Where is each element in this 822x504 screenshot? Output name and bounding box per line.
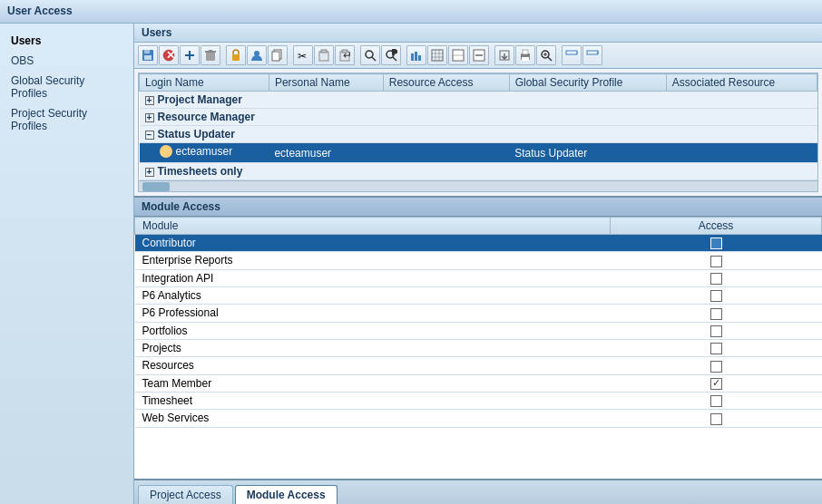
- svg-rect-26: [415, 52, 417, 61]
- content-area: Users ✕: [134, 24, 822, 504]
- sidebar-item-global-security-profiles[interactable]: Global Security Profiles: [0, 71, 133, 103]
- module-row[interactable]: Projects: [135, 339, 822, 356]
- module-row[interactable]: P6 Analytics: [135, 286, 822, 304]
- user-row-ecteamuser[interactable]: ecteamuser ecteamuser Status Updater: [140, 143, 817, 163]
- module-checkbox[interactable]: [710, 325, 722, 337]
- zoom-button[interactable]: [536, 45, 556, 65]
- tab-module-access[interactable]: Module Access: [235, 485, 338, 504]
- module-access-cell[interactable]: [611, 410, 822, 427]
- module-name-cell: Contributor: [135, 235, 611, 252]
- module-name-cell: Integration API: [135, 269, 611, 286]
- module-name-cell: Portfolios: [135, 322, 611, 339]
- user-button[interactable]: [247, 45, 267, 65]
- module-name-cell: Projects: [135, 339, 611, 356]
- module-access-cell[interactable]: [611, 235, 822, 252]
- module-checkbox[interactable]: [710, 256, 722, 267]
- paste-button[interactable]: [314, 45, 334, 65]
- svg-rect-1: [144, 50, 150, 53]
- module-name-cell: Team Member: [135, 374, 611, 392]
- save-button[interactable]: [138, 45, 158, 65]
- lock-button[interactable]: [226, 45, 246, 65]
- module-checkbox[interactable]: [710, 308, 722, 320]
- module-checkbox[interactable]: [710, 395, 722, 407]
- chart-button[interactable]: [406, 45, 426, 65]
- module-row[interactable]: Timesheet: [135, 392, 822, 409]
- more-button2[interactable]: [582, 45, 602, 65]
- module-table: Module Access ContributorEnterprise Repo…: [134, 217, 822, 428]
- svg-rect-46: [566, 51, 577, 54]
- app-title: User Access: [7, 5, 73, 17]
- module-access-cell[interactable]: [611, 357, 822, 374]
- hscroll-thumb[interactable]: [142, 182, 170, 191]
- sidebar-item-project-security-profiles[interactable]: Project Security Profiles: [0, 103, 133, 136]
- expand-status-updater[interactable]: −: [145, 131, 154, 140]
- access-col-header: Access: [611, 218, 822, 235]
- module-access-cell[interactable]: [611, 392, 822, 409]
- module-access-cell[interactable]: [611, 374, 822, 392]
- module-table-container: Module Access ContributorEnterprise Repo…: [134, 217, 822, 479]
- module-checkbox[interactable]: [710, 343, 722, 354]
- module-checkbox[interactable]: [710, 237, 722, 249]
- module-row[interactable]: Contributor: [135, 235, 822, 252]
- module-checkbox[interactable]: [710, 273, 722, 285]
- more-button1[interactable]: [562, 45, 582, 65]
- group-row-project-manager[interactable]: +Project Manager: [140, 92, 817, 109]
- module-checkbox[interactable]: [710, 378, 722, 390]
- grid-button[interactable]: [427, 45, 447, 65]
- group-row-timesheets-only[interactable]: +Timesheets only: [140, 163, 817, 180]
- cancel-button[interactable]: ✕: [159, 45, 179, 65]
- module-col-header: Module: [135, 218, 611, 235]
- print-button[interactable]: [515, 45, 535, 65]
- find-next-button[interactable]: ▶: [381, 45, 401, 65]
- svg-rect-48: [587, 51, 598, 54]
- module-row[interactable]: Team Member: [135, 374, 822, 392]
- group-row-resource-manager[interactable]: +Resource Manager: [140, 109, 817, 126]
- module-row[interactable]: P6 Professional: [135, 305, 822, 322]
- cut-button[interactable]: ✂: [293, 45, 313, 65]
- module-row[interactable]: Enterprise Reports: [135, 252, 822, 269]
- module-row[interactable]: Resources: [135, 357, 822, 374]
- users-table: Login Name Personal Name Resource Access…: [138, 73, 818, 192]
- module-name-cell: Enterprise Reports: [135, 252, 611, 269]
- module-access-cell[interactable]: [611, 339, 822, 356]
- module-access-cell[interactable]: [611, 322, 822, 339]
- group-row-status-updater[interactable]: −Status Updater: [140, 126, 817, 143]
- add-button[interactable]: [180, 45, 200, 65]
- module-row[interactable]: Portfolios: [135, 322, 822, 339]
- tab-project-access[interactable]: Project Access: [138, 485, 233, 504]
- toolbar: ✕ ✂: [134, 43, 822, 69]
- module-name-cell: P6 Analytics: [135, 286, 611, 304]
- paste-special-button[interactable]: ↵: [335, 45, 355, 65]
- module-row[interactable]: Integration API: [135, 269, 822, 286]
- module-name-cell: Timesheet: [135, 392, 611, 409]
- module-access-cell[interactable]: [611, 252, 822, 269]
- col-global-security: Global Security Profile: [509, 74, 666, 92]
- svg-line-21: [372, 57, 376, 61]
- copy-button[interactable]: [268, 45, 288, 65]
- svg-rect-7: [206, 53, 215, 61]
- sidebar-item-obs[interactable]: OBS: [0, 51, 133, 71]
- module-checkbox[interactable]: [710, 290, 722, 302]
- svg-line-23: [393, 57, 396, 61]
- module-checkbox[interactable]: [710, 361, 722, 373]
- find-button[interactable]: [360, 45, 380, 65]
- svg-text:▶: ▶: [392, 49, 397, 57]
- module-access-cell[interactable]: [611, 286, 822, 304]
- module-access-cell[interactable]: [611, 269, 822, 286]
- module-row[interactable]: Web Services: [135, 410, 822, 427]
- delete-button[interactable]: [201, 45, 220, 65]
- remove-button[interactable]: [469, 45, 489, 65]
- users-table-hscroll[interactable]: [139, 180, 817, 191]
- module-name-cell: Web Services: [135, 410, 611, 427]
- export-button[interactable]: [494, 45, 514, 65]
- col-resource-access: Resource Access: [383, 74, 509, 92]
- expand-timesheets[interactable]: +: [145, 168, 154, 177]
- toggle-button[interactable]: [448, 45, 468, 65]
- expand-resource-manager[interactable]: +: [145, 113, 154, 122]
- svg-text:✕: ✕: [166, 49, 175, 62]
- expand-project-manager[interactable]: +: [145, 96, 154, 105]
- svg-rect-16: [321, 50, 327, 53]
- module-checkbox[interactable]: [710, 413, 722, 425]
- sidebar-item-users[interactable]: Users: [0, 31, 133, 51]
- module-access-cell[interactable]: [611, 305, 822, 322]
